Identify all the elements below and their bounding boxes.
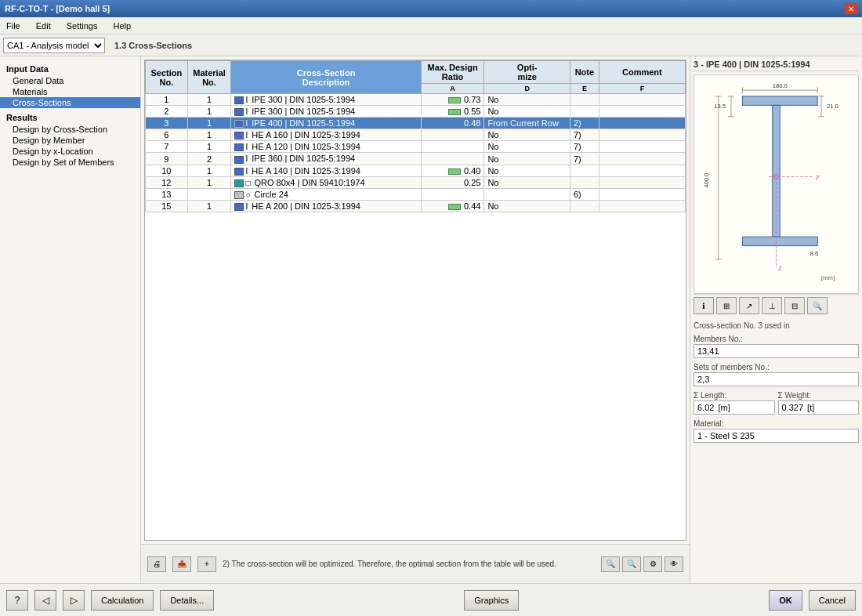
table-row[interactable]: 1 1 I IPE 300 | DIN 1025-5:1994 0.73 No [146,94,686,106]
table-row[interactable]: 9 2 I IPE 360 | DIN 1025-5:1994 No 7) [146,153,686,165]
cell-ratio: 0.73 [421,94,484,106]
cross-section-svg: 180.0 21.0 13.5 400.0 [694,75,858,293]
table-row[interactable]: 15 1 I HE A 200 | DIN 1025-3:1994 0.44 N… [146,200,686,212]
color-indicator [234,96,244,104]
material-section: Material: 1 - Steel S 235 [694,419,859,443]
status-icon-settings[interactable]: ⚙ [643,556,662,572]
svg-text:13.5: 13.5 [714,103,726,110]
ok-button[interactable]: OK [769,590,802,611]
panel-btn-grid[interactable]: ⊟ [784,297,805,314]
cross-sections-table: SectionNo. MaterialNo. Cross-SectionDesc… [145,60,686,212]
svg-rect-20 [742,237,817,246]
cell-icon: I [245,167,248,176]
sidebar-item-materials[interactable]: Materials [0,86,140,97]
cell-section-no: 10 [146,165,188,176]
nav-btn-next[interactable]: ▷ [63,590,85,611]
sidebar-item-general[interactable]: General Data [0,75,140,86]
cell-icon: I [245,107,248,116]
cell-section-no: 9 [146,153,188,165]
cell-optimize: No [484,94,570,106]
col-header-note: Note [570,61,599,84]
members-section: Members No.: 13,41 [694,335,859,358]
sidebar-item-cross-sections[interactable]: Cross-Sections [0,97,140,108]
cell-material-no [187,188,231,200]
status-icon-zoom-in[interactable]: 🔍 [601,556,620,572]
menu-file[interactable]: File [3,20,24,32]
table-row[interactable]: 10 1 I HE A 140 | DIN 1025-3:1994 0.40 N… [146,165,686,176]
cell-optimize: No [484,141,570,153]
status-icon-zoom-out[interactable]: 🔍 [622,556,641,572]
status-icon-eye[interactable]: 👁 [665,556,683,572]
col-header-ratio: Max. DesignRatio [421,61,484,84]
color-indicator [234,143,244,151]
model-dropdown[interactable]: CA1 - Analysis model [3,38,105,53]
sidebar-item-by-member[interactable]: Design by Member [0,135,140,146]
panel-btn-measure[interactable]: ⊥ [762,297,782,314]
sidebar-item-by-x-location[interactable]: Design by x-Location [0,146,140,157]
sidebar-item-by-set[interactable]: Design by Set of Members [0,157,140,168]
sets-value: 2,3 [694,372,859,386]
cell-ratio: 0.55 [421,106,484,118]
menu-edit[interactable]: Edit [33,20,54,32]
cell-material-no: 1 [187,129,231,141]
main-layout: Input Data General Data Materials Cross-… [0,56,862,583]
nav-btn-prev[interactable]: ◁ [34,590,56,611]
graphics-button[interactable]: Graphics [464,590,519,611]
cell-section-no: 6 [146,129,188,141]
cell-ratio: 0.44 [421,200,484,212]
table-row[interactable]: 6 1 I HE A 160 | DIN 1025-3:1994 No 7) [146,129,686,141]
cell-material-no: 1 [187,94,231,106]
sets-label: Sets of members No.: [694,363,859,371]
col-header-f: F [599,84,685,94]
status-icon-print[interactable]: 🖨 [147,556,166,572]
table-row-selected[interactable]: 3 1 I IPE 400 | DIN 1025-5:1994 0.48 Fro… [146,118,686,129]
close-button[interactable]: ✕ [845,3,857,14]
cell-section-no: 7 [146,141,188,153]
table-row[interactable]: 12 1 □ QRO 80x4 | DIN 59410:1974 0.25 No [146,176,686,188]
table-row[interactable]: 7 1 I HE A 120 | DIN 1025-3:1994 No 7) [146,141,686,153]
table-row[interactable]: 2 1 I IPE 300 | DIN 1025-5:1994 0.55 No [146,106,686,118]
cell-section-no: 13 [146,188,188,200]
cell-comment [599,106,685,118]
table-row[interactable]: 13 ○ Circle 24 6) [146,188,686,200]
panel-btn-info[interactable]: ℹ [694,297,714,314]
cell-icon: I [245,96,248,104]
svg-text:180.0: 180.0 [773,82,788,89]
color-indicator [234,168,244,176]
svg-text:[mm]: [mm] [821,274,835,281]
cell-description: I HE A 120 | DIN 1025-3:1994 [231,141,421,153]
col-header-optimize: Opti-mize [484,61,570,84]
cell-material-no: 1 [187,165,231,176]
cell-icon: ○ [245,190,250,199]
panel-btn-zoom[interactable]: 🔍 [807,297,828,314]
cell-section-no: 12 [146,176,188,188]
svg-text:21.0: 21.0 [827,103,838,110]
cell-optimize: No [484,176,570,188]
details-button[interactable]: Details... [160,590,214,611]
cell-optimize: No [484,153,570,165]
status-icon-export[interactable]: 📤 [172,556,191,572]
cell-comment [599,129,685,141]
menu-help[interactable]: Help [110,20,134,32]
cell-ratio [421,141,484,153]
cell-material-no: 1 [187,106,231,118]
panel-btn-export[interactable]: ↗ [739,297,759,314]
cell-icon: I [245,154,248,163]
cell-note: 7) [570,153,599,165]
status-note-text: 2) The cross-section will be optimized. … [223,560,595,568]
ratio-bar [448,168,461,175]
cell-description: I HE A 200 | DIN 1025-3:1994 [231,200,421,212]
cancel-button[interactable]: Cancel [809,590,856,611]
sidebar-item-by-cross-section[interactable]: Design by Cross-Section [0,124,140,135]
weight-label: Σ Weight: [778,391,860,400]
cell-comment [599,188,685,200]
col-header-e: E [570,84,599,94]
calculation-button[interactable]: Calculation [91,590,154,611]
cell-comment [599,141,685,153]
nav-btn-help[interactable]: ? [6,590,28,611]
menu-settings[interactable]: Settings [63,20,101,32]
panel-btn-table[interactable]: ⊞ [716,297,737,314]
cross-sections-table-container[interactable]: SectionNo. MaterialNo. Cross-SectionDesc… [144,60,686,541]
status-icon-add[interactable]: + [197,556,216,572]
color-indicator [234,108,244,116]
